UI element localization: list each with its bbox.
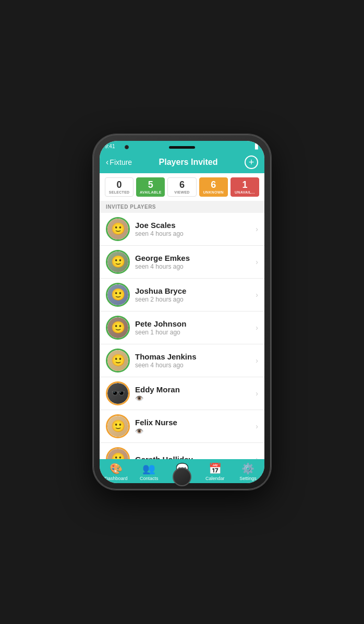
stat-viewed[interactable]: 6 VIEWED — [167, 177, 196, 197]
avatar: 🕶️ — [106, 381, 130, 405]
stat-available[interactable]: 5 AVAILABLE — [136, 177, 165, 197]
avatar: 🙂 — [106, 349, 130, 373]
stat-unavailable-number: 1 — [242, 180, 247, 189]
stat-available-number: 5 — [148, 180, 153, 189]
chevron-right-icon: › — [256, 455, 258, 459]
back-chevron-icon: ‹ — [106, 158, 108, 167]
section-header: INVITED PLAYERS — [100, 201, 264, 213]
list-item[interactable]: 🙂 Joe Scales seen 4 hours ago › — [100, 213, 264, 246]
stat-selected-label: SELECTED — [109, 190, 130, 194]
avatar: 🙂 — [106, 283, 130, 307]
player-info: Joe Scales seen 4 hours ago — [135, 221, 252, 237]
players-list: 🙂 Joe Scales seen 4 hours ago › 🙂 George… — [100, 213, 264, 459]
player-status: 👁️ — [135, 427, 252, 435]
chevron-right-icon: › — [256, 323, 258, 332]
settings-icon: ⚙️ — [241, 462, 254, 475]
stat-unknown-label: UNKNOWN — [203, 190, 223, 194]
player-status: seen 4 hours ago — [135, 362, 252, 369]
avatar: 🙂 — [106, 447, 130, 459]
list-item[interactable]: 🙂 George Emkes seen 4 hours ago › — [100, 246, 264, 279]
app-header: ‹ Fixture Players Invited + — [100, 151, 264, 173]
chevron-right-icon: › — [256, 258, 258, 266]
player-status: seen 1 hour ago — [135, 329, 252, 336]
stat-selected[interactable]: 0 SELECTED — [105, 177, 134, 197]
status-time: 9:41 — [105, 143, 115, 149]
page-title: Players Invited — [159, 158, 218, 167]
nav-item-contacts[interactable]: 👥 Contacts — [132, 461, 165, 482]
dashboard-label: Dashboard — [105, 476, 128, 481]
dashboard-icon: 🎨 — [110, 462, 123, 475]
stat-viewed-label: VIEWED — [174, 190, 189, 194]
contacts-icon: 👥 — [142, 462, 155, 475]
back-button[interactable]: ‹ Fixture — [106, 158, 132, 167]
calendar-label: Calendar — [205, 476, 225, 481]
phone-frame: 9:41 ▊ ‹ Fixture Players Invited + 0 SEL… — [93, 135, 271, 489]
chevron-right-icon: › — [256, 225, 258, 233]
list-item[interactable]: 🙂 Felix Nurse 👁️ › — [100, 410, 264, 443]
list-item[interactable]: 🙂 Thomas Jenkins seen 4 hours ago › — [100, 344, 264, 377]
player-info: Joshua Bryce seen 2 hours ago — [135, 286, 252, 303]
stat-viewed-number: 6 — [179, 180, 185, 189]
chevron-right-icon: › — [256, 389, 258, 398]
player-status: seen 4 hours ago — [135, 230, 252, 237]
player-name: Joshua Bryce — [135, 286, 252, 295]
player-name: Thomas Jenkins — [135, 352, 252, 361]
stat-unknown[interactable]: 6 UNKNOWN — [199, 177, 228, 197]
home-button[interactable] — [173, 467, 191, 486]
player-status: 👁️ — [135, 394, 252, 402]
phone-screen: 9:41 ▊ ‹ Fixture Players Invited + 0 SEL… — [100, 141, 264, 483]
stats-bar: 0 SELECTED 5 AVAILABLE 6 VIEWED 6 UNKNOW… — [100, 173, 264, 201]
stat-unavailable[interactable]: 1 UNAVAIL... — [230, 177, 259, 197]
back-label: Fixture — [110, 158, 132, 166]
stat-available-label: AVAILABLE — [140, 190, 162, 194]
settings-label: Settings — [239, 476, 257, 481]
nav-item-calendar[interactable]: 📅 Calendar — [199, 461, 232, 482]
nav-item-settings[interactable]: ⚙️ Settings — [232, 461, 264, 482]
list-item[interactable]: 🙂 Joshua Bryce seen 2 hours ago › — [100, 279, 264, 311]
nav-item-dashboard[interactable]: 🎨 Dashboard — [100, 461, 132, 482]
player-info: Thomas Jenkins seen 4 hours ago — [135, 352, 252, 369]
calendar-icon: 📅 — [209, 462, 222, 475]
player-info: George Emkes seen 4 hours ago — [135, 254, 252, 270]
eye-icon: 👁️ — [135, 427, 143, 435]
player-info: Eddy Moran 👁️ — [135, 385, 252, 402]
stat-unknown-number: 6 — [211, 180, 216, 189]
player-name: Joe Scales — [135, 221, 252, 230]
player-name: Felix Nurse — [135, 418, 252, 427]
player-name: Pete Johnson — [135, 319, 252, 328]
avatar: 🙂 — [106, 414, 130, 438]
list-item[interactable]: 🙂 Gareth Holliday › — [100, 443, 264, 459]
player-name: Eddy Moran — [135, 385, 252, 394]
avatar: 🙂 — [106, 316, 130, 340]
player-info: Felix Nurse 👁️ — [135, 418, 252, 435]
add-button[interactable]: + — [245, 155, 258, 169]
player-status: seen 4 hours ago — [135, 263, 252, 270]
stat-unavailable-label: UNAVAIL... — [235, 190, 255, 194]
player-name: George Emkes — [135, 254, 252, 262]
stat-selected-number: 0 — [117, 180, 122, 189]
chevron-right-icon: › — [256, 291, 258, 299]
chevron-right-icon: › — [256, 422, 258, 430]
avatar: 🙂 — [106, 217, 130, 241]
avatar: 🙂 — [106, 250, 130, 274]
player-status: seen 2 hours ago — [135, 296, 252, 303]
contacts-label: Contacts — [140, 476, 159, 481]
eye-icon: 👁️ — [135, 394, 143, 402]
chevron-right-icon: › — [256, 356, 258, 365]
player-info: Pete Johnson seen 1 hour ago — [135, 319, 252, 336]
add-icon: + — [249, 158, 254, 167]
speaker — [169, 146, 195, 149]
player-name: Gareth Holliday — [135, 455, 252, 460]
status-battery: ▊ — [255, 143, 259, 149]
list-item[interactable]: 🕶️ Eddy Moran 👁️ › — [100, 377, 264, 410]
camera — [125, 145, 129, 149]
player-info: Gareth Holliday — [135, 455, 252, 460]
list-item[interactable]: 🙂 Pete Johnson seen 1 hour ago › — [100, 311, 264, 344]
